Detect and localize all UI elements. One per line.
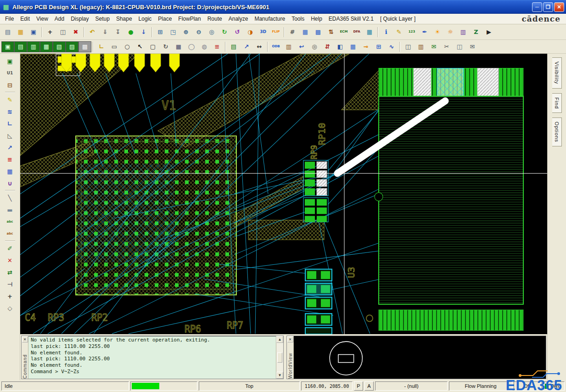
pin-icon[interactable]: ↓ — [137, 26, 150, 38]
console-scrollbar[interactable]: ▲ ▼ — [276, 336, 283, 379]
menu-item[interactable]: Manufacture — [251, 14, 288, 23]
scroll-down-icon[interactable]: ▼ — [276, 372, 283, 379]
download-rev-icon[interactable]: ⇓ — [99, 26, 112, 38]
edit-text-icon[interactable]: abc — [3, 228, 17, 240]
export-mail-icon[interactable]: ✉ — [427, 41, 440, 52]
place-component-icon[interactable]: ▤ — [227, 41, 240, 52]
add-shape-icon[interactable]: ▬ — [3, 204, 17, 216]
add-rounded-rect-icon[interactable]: ▢ — [146, 41, 159, 52]
open-file-icon[interactable]: ▦ — [14, 26, 27, 38]
mail-icon[interactable]: ✉ — [466, 41, 479, 52]
menu-item[interactable]: Display — [67, 14, 92, 23]
layer-swap-icon[interactable]: ⇅ — [325, 26, 337, 38]
shadow-mode-icon[interactable]: ◑ — [244, 26, 257, 38]
import-down-icon[interactable]: ↧ — [112, 26, 124, 38]
menu-item[interactable]: Help — [308, 14, 325, 23]
delete-icon[interactable]: ✖ — [69, 26, 82, 38]
menu-item[interactable]: Shape — [113, 14, 135, 23]
place-swap-icon[interactable]: ▥ — [27, 41, 40, 52]
route-arrow-icon[interactable]: ↗ — [3, 141, 17, 153]
menu-item[interactable]: FlowPlan — [175, 14, 204, 23]
delete-route-icon[interactable]: ✕ — [3, 254, 17, 266]
cut-icon[interactable]: ✂ — [440, 41, 453, 52]
component-v1[interactable] — [76, 136, 236, 295]
zoom-window-icon[interactable]: ◳ — [167, 26, 179, 38]
menu-item[interactable]: Tools — [288, 14, 308, 23]
show-notes-icon[interactable]: ✎ — [392, 26, 405, 38]
save-file-icon[interactable]: ▣ — [27, 26, 40, 38]
layer-stack-icon[interactable]: ≡ — [211, 41, 224, 52]
shape-circle-icon[interactable]: ◯ — [185, 41, 198, 52]
color192-icon[interactable]: ▦ — [299, 26, 312, 38]
drc-status[interactable]: DRC — [542, 381, 565, 391]
odb-export-icon[interactable]: ODB — [269, 41, 282, 52]
select-pointer-icon[interactable]: ↖ — [134, 41, 146, 52]
footprint-icon[interactable]: ⊟ — [3, 79, 17, 91]
copy-doc-icon[interactable]: ◫ — [453, 41, 466, 52]
tab-visibility[interactable]: Visibility — [552, 57, 562, 89]
report-numbers-icon[interactable]: 123 — [405, 26, 418, 38]
spread-route-icon[interactable]: ⇄ — [3, 266, 17, 278]
component-u3-stack[interactable] — [305, 269, 332, 334]
zoom-fit-icon[interactable]: ◎ — [205, 26, 218, 38]
menu-item[interactable]: File — [2, 14, 17, 23]
menu-item[interactable]: [ Quick Layer ] — [377, 14, 419, 23]
shape-donut-icon[interactable]: ◍ — [198, 41, 211, 52]
color-priority-icon[interactable]: ▩ — [312, 26, 325, 38]
pick-mode-button[interactable]: P — [354, 381, 363, 391]
undo-icon[interactable]: ↶ — [86, 26, 99, 38]
add-text-icon[interactable]: abc — [3, 216, 17, 228]
close-button[interactable]: ✕ — [554, 2, 564, 12]
loop-route-icon[interactable]: ∪ — [3, 177, 17, 189]
waffle-grid-icon[interactable]: ⊞ — [372, 41, 385, 52]
route-corner-icon[interactable]: ∟ — [3, 118, 17, 129]
tab-options[interactable]: Options — [552, 118, 562, 146]
scrollbar-thumb[interactable] — [277, 353, 282, 363]
pcb-canvas[interactable]: V1 RP10 RP9 U3 C4 RP3 RP2 RP6 RP7 — [20, 54, 547, 334]
cm-view-icon[interactable]: ▦ — [363, 26, 376, 38]
console-close-icon[interactable]: ✕ — [22, 336, 28, 342]
flip-design-icon[interactable]: FLIP — [269, 26, 282, 38]
add-circle-icon[interactable]: ○ — [121, 41, 134, 52]
place-inactive-icon[interactable]: ▩ — [78, 41, 91, 52]
worldview-close-icon[interactable]: ✕ — [287, 336, 293, 342]
menu-item[interactable]: EDA365 Skill V2.1 — [325, 14, 377, 23]
dfa-icon[interactable]: DFA — [350, 26, 363, 38]
panel-view-icon[interactable]: ◧ — [334, 41, 347, 52]
application-mode[interactable]: Flow Planning — [449, 381, 512, 391]
zoom-dynamic-icon[interactable]: ◇ — [3, 302, 17, 314]
markup-pen-icon[interactable]: ✒ — [418, 26, 431, 38]
refdes-swap-icon[interactable]: ⇵ — [321, 41, 334, 52]
clipboard-icon[interactable]: ◫ — [402, 41, 415, 52]
active-layer[interactable]: Top — [199, 381, 300, 391]
add-line-icon[interactable]: ╲ — [3, 192, 17, 204]
scroll-up-icon[interactable]: ▲ — [276, 336, 283, 343]
doc-book-icon[interactable]: ▥ — [415, 41, 427, 52]
menu-item[interactable]: View — [33, 14, 51, 23]
key-lock-icon[interactable]: ⊸ — [359, 41, 372, 52]
show-element-icon[interactable]: ℹ — [380, 26, 392, 38]
via-grid-icon[interactable]: ▦ — [3, 165, 17, 177]
component-u1-icon[interactable]: U1 — [3, 67, 17, 79]
zoom-in-icon[interactable]: ⊕ — [179, 26, 192, 38]
drc-state[interactable]: Off — [514, 381, 540, 391]
rotate-icon[interactable]: ↻ — [159, 41, 172, 52]
de-highlight-icon[interactable]: ☼ — [444, 26, 457, 38]
waive-drc-icon[interactable]: ▥ — [457, 26, 470, 38]
shape-rect-icon[interactable]: ■ — [172, 41, 185, 52]
menu-item[interactable]: Add — [51, 14, 67, 23]
angle-mode-button[interactable]: A — [364, 381, 374, 391]
place-manual-icon[interactable]: ▣ — [1, 41, 14, 52]
zoom-previous-icon[interactable]: ↺ — [231, 26, 244, 38]
shove-icon[interactable]: ● — [124, 26, 137, 38]
dimension-icon[interactable]: ↔ — [253, 41, 266, 52]
add-connect-icon[interactable]: ✎ — [3, 94, 17, 106]
pan-tool-icon[interactable]: + — [3, 290, 17, 302]
probe-icon[interactable]: ◎ — [308, 41, 321, 52]
new-file-icon[interactable]: ▤ — [1, 26, 14, 38]
menu-item[interactable]: Edit — [17, 14, 33, 23]
add-corner-icon[interactable]: ∟ — [95, 41, 108, 52]
refresh-icon[interactable]: ↻ — [218, 26, 231, 38]
place-replicate-icon[interactable]: ▦ — [40, 41, 53, 52]
fanout-icon[interactable]: ≡ — [3, 153, 17, 165]
